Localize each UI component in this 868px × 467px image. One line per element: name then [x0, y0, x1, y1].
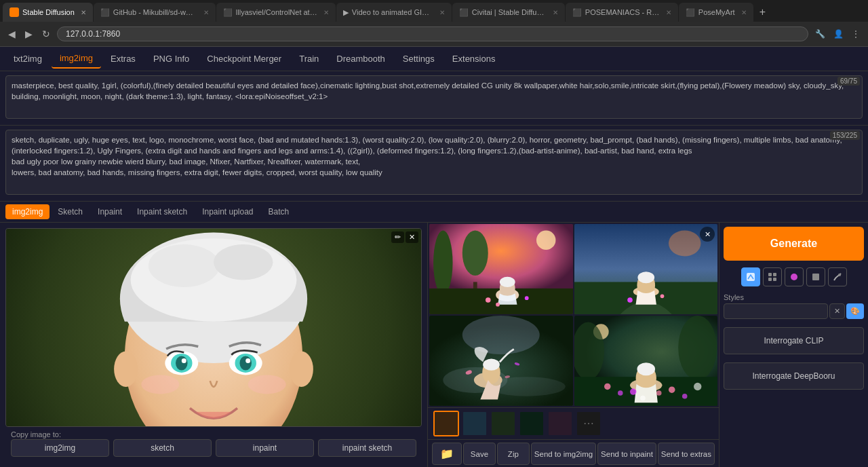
thumbnail-6[interactable]: ⋯ [576, 411, 601, 436]
positive-prompt-input[interactable] [5, 75, 863, 119]
interrogate-clip-btn[interactable]: Interrogate CLIP [724, 327, 864, 354]
nav-extras[interactable]: Extras [102, 50, 144, 68]
svg-point-19 [239, 356, 251, 370]
back-button[interactable]: ◀ [5, 27, 18, 41]
tab-label-posemyart: PoseMyArt [698, 8, 735, 16]
forward-button[interactable]: ▶ [22, 27, 35, 41]
nav-checkpoint-merger[interactable]: Checkpoint Merger [199, 50, 290, 68]
square-icon-btn[interactable] [806, 267, 825, 286]
clear-image-btn[interactable]: ✕ [406, 231, 418, 243]
extensions-btn[interactable]: 🔧 [812, 28, 828, 40]
copy-buttons: img2img sketch inpaint inpaint sketch [5, 439, 422, 460]
styles-clear-btn[interactable]: ✕ [829, 303, 845, 319]
copy-to-inpaint-sketch[interactable]: inpaint sketch [318, 439, 416, 457]
action-bar: 📁 Save Zip Send to img2img Send to inpai… [428, 439, 719, 467]
tab-img2img[interactable]: img2img [5, 204, 50, 219]
output-image-1[interactable] [429, 224, 573, 314]
tab-close-github[interactable]: ✕ [203, 9, 209, 16]
thumbnail-2[interactable] [462, 411, 488, 436]
svg-point-31 [536, 230, 555, 249]
send-to-extras-btn[interactable]: Send to extras [658, 443, 715, 465]
nav-extensions[interactable]: Extensions [444, 50, 504, 68]
zip-btn[interactable]: Zip [497, 443, 530, 465]
svg-point-73 [637, 362, 655, 375]
grid-icon-btn[interactable] [763, 267, 782, 286]
svg-point-10 [131, 238, 297, 321]
tab-bar: Stable Diffusion ✕ ⬛ GitHub - Mikubill/s… [0, 0, 868, 22]
tab-inpaint[interactable]: Inpaint [91, 204, 129, 219]
svg-point-22 [248, 375, 286, 394]
tab-batch[interactable]: Batch [262, 204, 296, 219]
close-output-btn[interactable]: ✕ [700, 227, 715, 242]
svg-point-15 [176, 356, 187, 370]
upload-box[interactable]: ✏ ✕ [5, 228, 422, 427]
tab-github[interactable]: ⬛ GitHub - Mikubill/sd-webui-co... ✕ [94, 3, 216, 22]
tab-controlnet[interactable]: ⬛ lllyasviel/ControlNet at main ✕ [216, 3, 336, 22]
interrogate-deepbooru-btn[interactable]: Interrogate DeepBooru [724, 362, 864, 390]
thumbnail-4[interactable] [519, 411, 545, 436]
svg-point-12 [214, 244, 273, 280]
positive-prompt-counter: 69/75 [837, 77, 860, 86]
nav-settings[interactable]: Settings [395, 50, 443, 68]
thumbnail-1[interactable] [433, 411, 459, 436]
folder-btn[interactable]: 📁 [432, 443, 462, 465]
art-icon-btn[interactable] [828, 267, 847, 286]
tab-posemaniacs[interactable]: ⬛ POSEMANIACS - Royalty free 3... ✕ [566, 3, 678, 22]
profile-btn[interactable]: 👤 [831, 28, 846, 40]
tab-close-pose[interactable]: ✕ [666, 9, 671, 16]
svg-point-23 [114, 351, 138, 386]
tab-close-posemyart[interactable]: ✕ [741, 9, 747, 16]
app-nav: txt2img img2img Extras PNG Info Checkpoi… [0, 47, 868, 71]
menu-btn[interactable]: ⋮ [849, 28, 863, 40]
svg-point-24 [290, 351, 313, 386]
nav-png-info[interactable]: PNG Info [145, 50, 197, 68]
nav-train[interactable]: Train [291, 50, 327, 68]
tab-close-civitai[interactable]: ✕ [553, 9, 558, 16]
tab-close[interactable]: ✕ [81, 9, 86, 16]
tab-inpaint-sketch[interactable]: Inpaint sketch [130, 204, 194, 219]
copy-to-inpaint[interactable]: inpaint [216, 439, 314, 457]
send-to-img2img-btn[interactable]: Send to img2img [531, 443, 596, 465]
send-to-inpaint-btn[interactable]: Send to inpaint [597, 443, 656, 465]
nav-img2img[interactable]: img2img [52, 49, 101, 69]
url-bar[interactable]: 127.0.0.1:7860 [57, 26, 808, 41]
grid-icon [768, 272, 777, 282]
negative-prompt-input[interactable] [5, 130, 863, 195]
svg-point-76 [640, 396, 646, 401]
refresh-button[interactable]: ↻ [39, 27, 53, 41]
output-image-4[interactable] [574, 316, 718, 406]
tab-inpaint-upload[interactable]: Inpaint upload [195, 204, 260, 219]
generate-btn[interactable]: Generate [724, 227, 864, 261]
svg-point-63 [678, 316, 717, 380]
svg-point-41 [525, 296, 529, 300]
thumbnail-5[interactable] [547, 411, 573, 436]
circle-icon-btn[interactable] [785, 267, 804, 286]
tab-stable-diffusion[interactable]: Stable Diffusion ✕ [3, 3, 93, 22]
browser-chrome: Stable Diffusion ✕ ⬛ GitHub - Mikubill/s… [0, 0, 868, 47]
styles-input: ✕ 🎨 [724, 303, 864, 319]
svg-point-32 [433, 230, 452, 295]
tab-civitai[interactable]: ⬛ Civitai | Stable Diffusion model... ✕ [452, 3, 565, 22]
styles-field[interactable] [724, 303, 828, 319]
thumbnail-3[interactable] [490, 411, 516, 436]
negative-prompt-counter: 153/225 [830, 131, 860, 140]
tab-close-gif[interactable]: ✕ [439, 9, 445, 16]
styles-apply-btn[interactable]: 🎨 [846, 303, 864, 319]
output-image-grid [428, 223, 719, 407]
nav-txt2img[interactable]: txt2img [5, 50, 50, 68]
tab-sketch[interactable]: Sketch [51, 204, 90, 219]
copy-to-sketch[interactable]: sketch [113, 439, 212, 457]
save-btn[interactable]: Save [463, 443, 496, 465]
tab-label: Stable Diffusion [22, 8, 75, 16]
output-image-2[interactable] [574, 224, 718, 314]
tab-posemyart[interactable]: ⬛ PoseMyArt ✕ [679, 3, 753, 22]
sd-icon-btn[interactable] [741, 267, 760, 286]
tab-gif[interactable]: ▶ Video to animated GIF converter ✕ [336, 3, 452, 22]
copy-to-img2img[interactable]: img2img [11, 439, 109, 457]
nav-dreambooth[interactable]: Dreambooth [328, 50, 393, 68]
edit-image-btn[interactable]: ✏ [391, 231, 404, 243]
svg-point-50 [660, 294, 664, 298]
output-image-3[interactable] [429, 316, 573, 406]
tab-close-controlnet[interactable]: ✕ [323, 9, 329, 16]
new-tab-button[interactable]: + [754, 5, 771, 20]
